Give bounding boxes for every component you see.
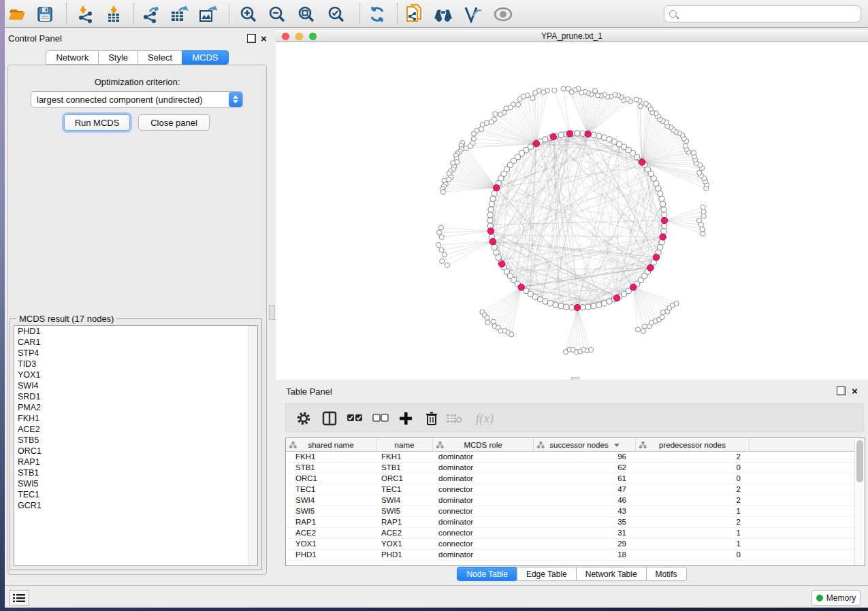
cell-predecessors[interactable]: 1 [636, 528, 750, 538]
control-panel-float-button[interactable] [247, 34, 256, 43]
cell-shared-name[interactable]: FKH1 [286, 452, 376, 462]
tab-network[interactable]: Network [46, 50, 99, 65]
hide-graphics-details-button[interactable] [462, 4, 483, 24]
list-scrollbar[interactable] [248, 326, 257, 565]
cell-name[interactable]: ACE2 [376, 528, 433, 538]
cell-mcds-role[interactable]: connector [433, 539, 534, 549]
network-graph[interactable] [276, 42, 868, 380]
list-item[interactable]: GCR1 [14, 500, 257, 511]
cell-name[interactable]: YOX1 [376, 539, 433, 549]
list-item[interactable]: SRD1 [14, 391, 257, 402]
list-item[interactable]: ACE2 [14, 424, 257, 435]
network-from-file-button[interactable] [404, 4, 424, 24]
cell-name[interactable]: STB1 [376, 463, 433, 473]
table-scrollbar[interactable] [854, 438, 865, 565]
memory-button[interactable]: Memory [811, 590, 861, 606]
import-table-button[interactable] [103, 4, 124, 24]
apply-layout-button[interactable] [367, 4, 387, 24]
show-graphics-details-button[interactable] [493, 4, 513, 24]
show-panels-button[interactable] [9, 590, 29, 606]
network-canvas[interactable] [276, 42, 868, 380]
cell-shared-name[interactable]: ORC1 [286, 474, 376, 484]
cell-name[interactable]: SWI4 [376, 495, 433, 506]
import-network-button[interactable] [76, 4, 96, 24]
cell-predecessors[interactable]: 1 [636, 539, 750, 549]
cell-name[interactable]: TEC1 [376, 484, 433, 495]
list-item[interactable]: RAP1 [14, 457, 257, 467]
zoom-selected-button[interactable] [326, 4, 347, 24]
cell-predecessors[interactable]: 0 [636, 550, 750, 560]
search-box[interactable] [664, 5, 861, 22]
list-item[interactable]: CAR1 [14, 337, 257, 348]
list-item[interactable]: SWI4 [14, 380, 257, 391]
table-settings-button[interactable] [294, 409, 313, 428]
list-item[interactable]: ORC1 [14, 446, 257, 457]
cell-successors[interactable]: 35 [534, 517, 636, 527]
list-item[interactable]: STB1 [14, 467, 257, 478]
list-item[interactable]: FKH1 [14, 413, 257, 424]
run-mcds-button[interactable]: Run MCDS [64, 114, 130, 131]
cell-name[interactable]: ORC1 [376, 474, 433, 484]
cell-successors[interactable]: 46 [534, 495, 636, 506]
delete-table-button[interactable] [445, 409, 464, 428]
table-scrollbar-thumb[interactable] [856, 440, 863, 482]
column-header-name[interactable]: name [376, 438, 433, 452]
show-columns-button[interactable] [320, 409, 339, 428]
cell-name[interactable]: SWI5 [376, 506, 433, 516]
list-item[interactable]: STB5 [14, 435, 257, 446]
column-header-successor-nodes[interactable]: successor nodes [534, 438, 636, 452]
cell-predecessors[interactable]: 0 [636, 474, 750, 484]
cell-mcds-role[interactable]: dominator [433, 517, 534, 527]
cell-shared-name[interactable]: YOX1 [286, 539, 376, 549]
cell-name[interactable]: FKH1 [376, 452, 433, 462]
list-item[interactable]: PMA2 [14, 402, 257, 413]
cell-shared-name[interactable]: TEC1 [286, 484, 376, 495]
cell-mcds-role[interactable]: dominator [433, 474, 534, 484]
network-window-titlebar[interactable]: YPA_prune.txt_1 [276, 30, 868, 42]
cell-mcds-role[interactable]: connector [433, 484, 534, 495]
select-all-button[interactable] [345, 409, 364, 428]
cell-mcds-role[interactable]: dominator [433, 463, 534, 473]
cell-successors[interactable]: 62 [534, 463, 636, 473]
list-item[interactable]: YOX1 [14, 369, 257, 380]
optimization-criterion-select[interactable]: largest connected component (undirected) [31, 91, 243, 108]
cell-shared-name[interactable]: SWI4 [286, 495, 376, 506]
column-header-mcds-role[interactable]: MCDS role [433, 438, 534, 452]
tab-style[interactable]: Style [98, 50, 138, 65]
cell-shared-name[interactable]: RAP1 [286, 517, 376, 527]
function-builder-button[interactable]: f(x) [471, 409, 498, 428]
tab-select[interactable]: Select [138, 50, 182, 65]
zoom-in-button[interactable] [238, 4, 259, 24]
list-item[interactable]: PHD1 [14, 326, 257, 337]
control-panel-close-button[interactable]: × [259, 35, 268, 44]
zoom-out-button[interactable] [267, 4, 287, 24]
delete-button[interactable] [422, 409, 441, 428]
cell-predecessors[interactable]: 0 [636, 463, 750, 473]
tab-edge-table[interactable]: Edge Table [517, 567, 577, 581]
export-table-button[interactable] [169, 4, 189, 24]
cell-successors[interactable]: 96 [534, 452, 636, 462]
sort-descending-icon[interactable] [614, 444, 620, 447]
mcds-result-list[interactable]: PHD1 CAR1 STP4 TID3 YOX1 SWI4 SRD1 PMA2 … [14, 325, 258, 566]
tab-motifs[interactable]: Motifs [646, 567, 687, 581]
cell-mcds-role[interactable]: dominator [433, 452, 534, 462]
cell-successors[interactable]: 47 [534, 484, 636, 495]
cell-successors[interactable]: 43 [534, 506, 636, 516]
cell-name[interactable]: RAP1 [376, 517, 433, 527]
cell-mcds-role[interactable]: connector [433, 506, 534, 516]
maximize-traffic-light[interactable] [309, 33, 317, 40]
export-network-button[interactable] [141, 4, 161, 24]
cell-successors[interactable]: 31 [534, 528, 636, 538]
tab-network-table[interactable]: Network Table [576, 567, 647, 581]
cell-shared-name[interactable]: ACE2 [286, 528, 376, 538]
cell-predecessors[interactable]: 2 [636, 517, 750, 527]
cell-mcds-role[interactable]: dominator [433, 550, 534, 560]
cell-predecessors[interactable]: 2 [636, 484, 750, 495]
list-item[interactable]: SWI5 [14, 478, 257, 489]
tab-mcds[interactable]: MCDS [182, 50, 228, 65]
close-traffic-light[interactable] [282, 33, 289, 40]
save-button[interactable] [35, 4, 55, 24]
vertical-splitter-handle[interactable] [269, 305, 275, 320]
cell-shared-name[interactable]: PHD1 [286, 550, 376, 560]
cell-successors[interactable]: 61 [534, 474, 636, 484]
